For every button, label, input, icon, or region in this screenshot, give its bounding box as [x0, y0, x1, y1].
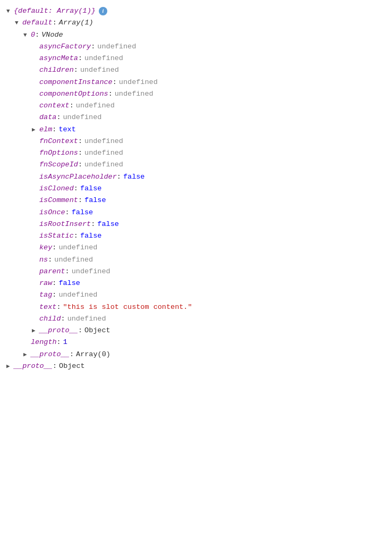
prop-isOnce: isOnce : false: [6, 207, 386, 218]
root-label: {default: Array(1)}: [14, 5, 96, 17]
proto-root[interactable]: __proto__ : Object: [6, 360, 386, 372]
default-type: Array(1): [59, 17, 93, 29]
val-elm: text: [58, 124, 75, 136]
key-isRootInsert: isRootInsert: [39, 218, 91, 230]
prop-key: key : undefined: [6, 242, 386, 254]
key-componentInstance: componentInstance: [39, 77, 113, 88]
prop-data: data : undefined: [6, 112, 386, 123]
elm-toggle[interactable]: [32, 125, 39, 134]
prop-context: context : undefined: [6, 100, 386, 112]
key-isOnce: isOnce: [39, 207, 65, 218]
prop-asyncFactory: asyncFactory : undefined: [6, 41, 386, 53]
val-componentOptions: undefined: [115, 88, 154, 100]
proto-root-toggle[interactable]: [6, 362, 14, 371]
prop-isAsyncPlaceholder: isAsyncPlaceholder : false: [6, 171, 386, 183]
val-raw: false: [58, 278, 80, 289]
root-node[interactable]: {default: Array(1)} i: [6, 5, 386, 17]
key-isAsyncPlaceholder: isAsyncPlaceholder: [39, 171, 117, 183]
vnode-type: VNode: [41, 29, 63, 41]
prop-fnScopeId: fnScopeId : undefined: [6, 159, 386, 171]
val-length: 1: [63, 337, 67, 348]
key-elm: elm: [39, 124, 52, 136]
val-ns: undefined: [54, 254, 93, 266]
proto-vnode-toggle[interactable]: [32, 326, 39, 335]
prop-isCloned: isCloned : false: [6, 183, 386, 195]
vnode-toggle[interactable]: [23, 30, 31, 40]
prop-fnContext: fnContext : undefined: [6, 136, 386, 147]
key-componentOptions: componentOptions: [39, 88, 108, 100]
key-text: text: [39, 301, 56, 313]
vnode-node[interactable]: 0 : VNode: [6, 29, 386, 41]
val-isCloned: false: [80, 183, 102, 195]
key-fnScopeId: fnScopeId: [39, 159, 78, 171]
proto-array[interactable]: __proto__ : Array(0): [6, 349, 386, 360]
key-raw: raw: [39, 278, 52, 289]
tree-view: {default: Array(1)} i default : Array(1)…: [6, 5, 386, 372]
key-proto-vnode: __proto__: [39, 325, 78, 337]
val-data: undefined: [63, 112, 102, 123]
val-proto-root: Object: [59, 360, 85, 372]
key-fnOptions: fnOptions: [39, 147, 78, 159]
prop-componentOptions: componentOptions : undefined: [6, 88, 386, 100]
prop-isStatic: isStatic : false: [6, 230, 386, 242]
val-proto-vnode: Object: [84, 325, 110, 337]
val-text: "this is slot custom content.": [63, 301, 192, 313]
val-isAsyncPlaceholder: false: [123, 171, 145, 183]
prop-ns: ns : undefined: [6, 254, 386, 266]
default-key: default: [22, 17, 53, 29]
prop-text: text : "this is slot custom content.": [6, 301, 386, 313]
key-proto-root: __proto__: [14, 360, 53, 372]
val-tag: undefined: [58, 289, 97, 301]
key-key: key: [39, 242, 52, 254]
key-children: children: [39, 64, 74, 76]
val-asyncFactory: undefined: [97, 41, 136, 53]
val-isStatic: false: [80, 230, 102, 242]
val-parent: undefined: [72, 266, 110, 278]
val-fnContext: undefined: [84, 136, 123, 147]
val-fnScopeId: undefined: [84, 159, 123, 171]
val-isOnce: false: [72, 207, 93, 218]
key-isCloned: isCloned: [39, 183, 74, 195]
val-asyncMeta: undefined: [84, 53, 123, 64]
val-componentInstance: undefined: [119, 77, 158, 88]
prop-tag: tag : undefined: [6, 289, 386, 301]
prop-length: length : 1: [6, 337, 386, 348]
key-child: child: [39, 313, 61, 325]
key-proto-array: __proto__: [31, 349, 70, 360]
vnode-index-key: 0: [31, 29, 35, 41]
val-proto-array: Array(0): [76, 349, 110, 360]
val-isComment: false: [84, 195, 106, 206]
key-tag: tag: [39, 289, 52, 301]
prop-fnOptions: fnOptions : undefined: [6, 147, 386, 159]
prop-parent: parent : undefined: [6, 266, 386, 278]
key-context: context: [39, 100, 70, 112]
prop-asyncMeta: asyncMeta : undefined: [6, 53, 386, 64]
val-child: undefined: [67, 313, 106, 325]
prop-elm[interactable]: elm : text: [6, 124, 386, 136]
key-asyncFactory: asyncFactory: [39, 41, 91, 53]
key-data: data: [39, 112, 56, 123]
root-toggle[interactable]: [6, 6, 14, 16]
prop-child: child : undefined: [6, 313, 386, 325]
val-children: undefined: [80, 64, 119, 76]
key-ns: ns: [39, 254, 48, 266]
val-isRootInsert: false: [97, 218, 119, 230]
key-asyncMeta: asyncMeta: [39, 53, 78, 64]
prop-isRootInsert: isRootInsert : false: [6, 218, 386, 230]
default-toggle[interactable]: [15, 18, 22, 28]
default-node[interactable]: default : Array(1): [6, 17, 386, 29]
prop-componentInstance: componentInstance : undefined: [6, 77, 386, 88]
prop-raw: raw : false: [6, 278, 386, 289]
prop-isComment: isComment : false: [6, 195, 386, 206]
key-isComment: isComment: [39, 195, 78, 206]
proto-vnode[interactable]: __proto__ : Object: [6, 325, 386, 337]
key-parent: parent: [39, 266, 65, 278]
key-isStatic: isStatic: [39, 230, 74, 242]
val-context: undefined: [76, 100, 115, 112]
key-fnContext: fnContext: [39, 136, 78, 147]
prop-children: children : undefined: [6, 64, 386, 76]
val-fnOptions: undefined: [84, 147, 123, 159]
proto-array-toggle[interactable]: [23, 350, 31, 359]
key-length: length: [31, 337, 57, 348]
info-icon[interactable]: i: [99, 7, 107, 15]
